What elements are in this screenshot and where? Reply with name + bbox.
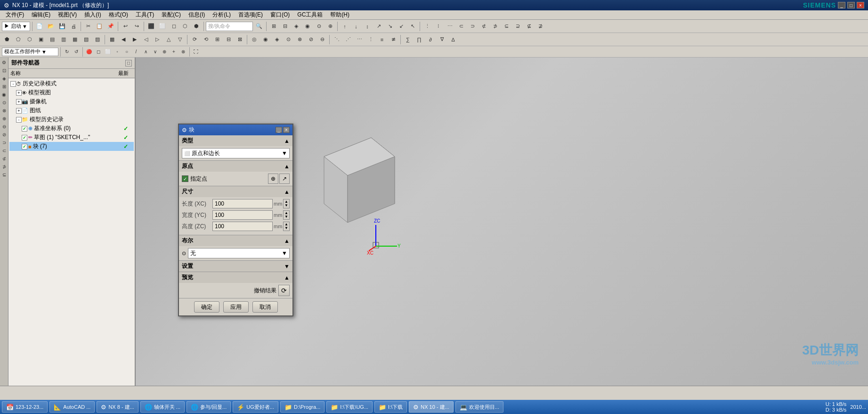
- tree-item-drawings[interactable]: + 📄 图纸: [9, 106, 134, 115]
- tb3-btn-h[interactable]: /: [132, 48, 140, 56]
- tb2-btn-t[interactable]: ⊟: [223, 34, 234, 45]
- bool-dropdown[interactable]: 无 ▼: [188, 248, 290, 258]
- side-icon-1[interactable]: ⊡: [0, 66, 8, 74]
- side-icon-settings[interactable]: ⚙: [0, 58, 8, 66]
- side-icon-8[interactable]: ⊖: [0, 123, 8, 130]
- tb3-btn-i[interactable]: ∧: [141, 48, 150, 56]
- tb-btn-ab[interactable]: ⊈: [524, 21, 534, 32]
- tb2-btn-ag[interactable]: ≡: [377, 34, 387, 45]
- tb2-btn-af[interactable]: ⋮: [365, 34, 376, 45]
- menu-tools[interactable]: 工具(T): [132, 10, 158, 20]
- tb-btn-y[interactable]: ⊅: [490, 21, 500, 32]
- tb2-btn-e[interactable]: ▤: [47, 34, 57, 45]
- tree-expand-camera[interactable]: +: [16, 99, 22, 105]
- print-button[interactable]: 🖨: [68, 21, 79, 32]
- taskbar-item-9[interactable]: ⚙ NX 10 - 建...: [409, 401, 454, 413]
- menu-help[interactable]: 帮助(H): [326, 10, 353, 20]
- taskbar-item-4[interactable]: 🌐 参与/回显...: [187, 401, 231, 413]
- tb-btn-h[interactable]: ◈: [291, 21, 301, 32]
- side-icon-9[interactable]: ⊘: [0, 131, 8, 138]
- tree-expand-history[interactable]: -: [10, 81, 16, 87]
- taskbar-item-8[interactable]: 📁 I:\下载: [374, 401, 407, 413]
- tb-btn-k[interactable]: ⊕: [325, 21, 335, 32]
- tb3-btn-f[interactable]: ◦: [113, 48, 122, 56]
- tb3-btn-n[interactable]: ⛶: [192, 48, 200, 56]
- menu-assembly[interactable]: 装配(C): [158, 10, 185, 20]
- side-icon-13[interactable]: ⊅: [0, 163, 8, 170]
- tb-btn-p[interactable]: ↘: [385, 21, 395, 32]
- tb-btn-a[interactable]: ⬛: [146, 21, 156, 32]
- tb3-btn-g[interactable]: ○: [122, 48, 131, 56]
- tb-btn-j[interactable]: ⊙: [314, 21, 324, 32]
- tb3-btn-j[interactable]: ∨: [151, 48, 159, 56]
- tree-expand-modelhistory[interactable]: -: [16, 117, 22, 123]
- tb-btn-u[interactable]: ⋯: [445, 21, 455, 32]
- tb-btn-o[interactable]: ↗: [373, 21, 384, 32]
- tb2-btn-l[interactable]: ▶: [130, 34, 140, 45]
- maximize-button[interactable]: □: [847, 2, 855, 8]
- tb2-btn-ak[interactable]: ∂: [425, 34, 436, 45]
- side-icon-2[interactable]: ◈: [0, 75, 8, 82]
- tb-btn-v[interactable]: ⊂: [456, 21, 466, 32]
- menu-insert[interactable]: 插入(I): [81, 10, 105, 20]
- dialog-origin-header[interactable]: 原点 ▲: [179, 161, 292, 172]
- origin-point-btn[interactable]: ⊕: [268, 174, 278, 184]
- menu-preferences[interactable]: 首选项(E): [235, 10, 267, 20]
- tree-item-sketch[interactable]: ✓ ✏ 草图 (1) "SKETCH_..." ✓: [9, 133, 134, 142]
- tb-btn-i[interactable]: ◉: [302, 21, 313, 32]
- tb-btn-w[interactable]: ⊃: [467, 21, 478, 32]
- tb-btn-r[interactable]: ↖: [407, 21, 418, 32]
- tb-btn-m[interactable]: ↓: [351, 21, 361, 32]
- tb3-btn-e[interactable]: ⬜: [104, 48, 112, 56]
- dialog-close-btn[interactable]: ×: [283, 127, 290, 133]
- close-button[interactable]: ×: [857, 2, 864, 8]
- tb2-btn-am[interactable]: ∆: [448, 34, 458, 45]
- menu-gc-tools[interactable]: GC工具箱: [293, 10, 326, 20]
- tb2-btn-q[interactable]: ⟳: [189, 34, 200, 45]
- height-input[interactable]: 100: [212, 222, 273, 231]
- tb-btn-n[interactable]: ↕: [362, 21, 373, 32]
- copy-button[interactable]: 📋: [94, 21, 105, 32]
- side-icon-7[interactable]: ⊕: [0, 115, 8, 122]
- origin-extra-btn[interactable]: ↗: [279, 174, 290, 184]
- tree-check-sketch[interactable]: ✓: [22, 135, 27, 141]
- tree-item-camera[interactable]: + 📷 摄像机: [9, 97, 134, 106]
- tree-item-modelviews[interactable]: + 👁 模型视图: [9, 88, 134, 97]
- dialog-bool-header[interactable]: 布尔 ▲: [179, 235, 292, 246]
- tb-btn-c[interactable]: ◻: [169, 21, 179, 32]
- minimize-button[interactable]: _: [838, 2, 845, 8]
- tb2-btn-al[interactable]: ∇: [437, 34, 447, 45]
- tb3-btn-b[interactable]: ↺: [72, 48, 81, 56]
- height-down[interactable]: ▼: [284, 226, 288, 230]
- tree-item-datum[interactable]: ✓ ⊕ 基准坐标系 (0) ✓: [9, 124, 134, 133]
- start-dropdown[interactable]: ▶ 启动 ▼: [2, 22, 30, 31]
- side-icon-4[interactable]: ◉: [0, 91, 8, 98]
- tb-btn-t[interactable]: ⁝: [433, 21, 444, 32]
- height-spinner[interactable]: ▲ ▼: [283, 222, 290, 231]
- tb3-btn-l[interactable]: +: [170, 48, 178, 56]
- type-dropdown[interactable]: ⬜ 原点和边长 ▼: [182, 148, 290, 158]
- tb-btn-ac[interactable]: ⊉: [535, 21, 545, 32]
- tb-btn-s[interactable]: ⋮: [422, 21, 432, 32]
- new-button[interactable]: 📄: [34, 21, 45, 32]
- tb2-btn-u[interactable]: ⊠: [235, 34, 245, 45]
- tb-btn-d[interactable]: ⬡: [180, 21, 190, 32]
- menu-edit[interactable]: 编辑(E): [28, 10, 54, 20]
- width-input[interactable]: 100: [212, 210, 273, 220]
- length-spinner[interactable]: ▲ ▼: [283, 199, 290, 208]
- tree-item-history[interactable]: - ⏱ 历史记录模式: [9, 79, 134, 88]
- tb3-btn-a[interactable]: ↻: [63, 48, 71, 56]
- length-down[interactable]: ▼: [284, 204, 288, 207]
- tb-btn-l[interactable]: ↑: [340, 21, 350, 32]
- undo-button[interactable]: ↩: [120, 21, 130, 32]
- open-button[interactable]: 📂: [46, 21, 56, 32]
- part-nav-collapse[interactable]: □: [125, 60, 132, 66]
- tb-btn-x[interactable]: ⊄: [479, 21, 489, 32]
- menu-file[interactable]: 文件(F): [2, 10, 28, 20]
- tb3-btn-k[interactable]: ⊕: [160, 48, 169, 56]
- tb2-btn-y[interactable]: ⊙: [283, 34, 293, 45]
- side-icon-12[interactable]: ⊄: [0, 155, 8, 162]
- command-search-button[interactable]: 🔍: [254, 21, 264, 32]
- tb-btn-q[interactable]: ↙: [396, 21, 406, 32]
- cut-button[interactable]: ✂: [83, 21, 93, 32]
